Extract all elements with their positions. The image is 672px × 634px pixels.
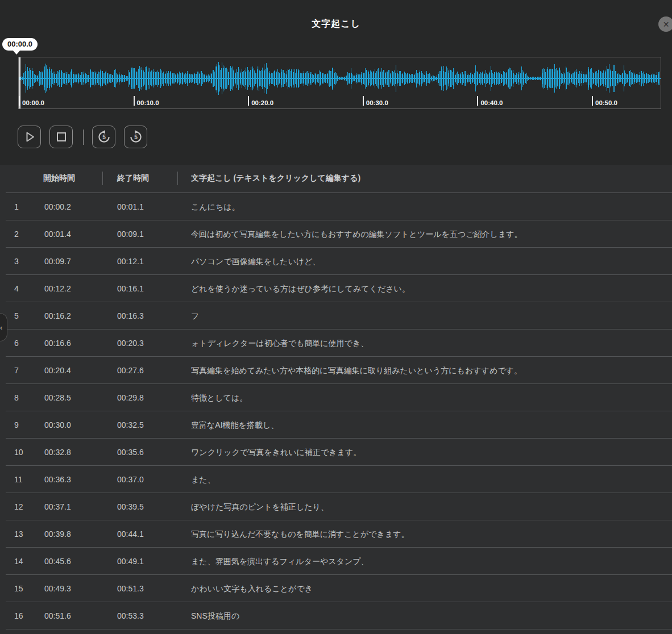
row-start-time[interactable]: 00:12.2 [44,275,113,302]
table-row[interactable]: 12 00:37.1 00:39.5 ぼやけた写真のピントを補正したり、 [0,493,672,520]
row-index: 10 [14,439,39,466]
row-start-time[interactable]: 00:28.5 [44,384,113,411]
table-row[interactable]: 14 00:45.6 00:49.1 また、雰囲気を演出するフィルターやスタンプ… [0,548,672,575]
row-end-time[interactable]: 00:35.6 [117,439,185,466]
stop-button[interactable] [49,126,73,148]
row-transcript-text[interactable]: ぼやけた写真のピントを補正したり、 [191,493,663,520]
table-row[interactable]: 1 00:00.2 00:01.1 こんにちは。 [0,193,672,220]
svg-text:5: 5 [102,134,106,140]
row-end-time[interactable]: 00:29.8 [117,384,185,411]
svg-text:5: 5 [134,134,138,140]
rewind-5-button[interactable]: 5 [92,126,115,148]
row-start-time[interactable]: 00:20.4 [44,357,113,384]
row-end-time[interactable]: 00:12.1 [117,248,185,275]
row-start-time[interactable]: 00:36.3 [44,466,113,493]
row-index: 12 [14,493,39,520]
row-transcript-text[interactable]: SNS投稿用の [191,602,663,629]
row-start-time[interactable]: 00:16.2 [44,302,113,329]
row-separator [6,629,672,629]
table-row[interactable]: 3 00:09.7 00:12.1 パソコンで画像編集をしたいけど、 [0,248,672,275]
row-transcript-text[interactable]: また、 [191,466,663,493]
stop-icon [55,131,68,143]
table-row[interactable]: 13 00:39.8 00:44.1 写真に写り込んだ不要なものを簡単に消すこと… [0,520,672,548]
row-transcript-text[interactable]: ォトディレクターは初心者でも簡単に使用でき、 [191,329,663,357]
table-row[interactable]: 4 00:12.2 00:16.1 どれを使うか迷っている方はぜひ参考にしてみて… [0,275,672,302]
table-row[interactable]: 15 00:49.3 00:51.3 かわいい文字も入れることができ [0,575,672,602]
tick-mark [134,96,135,106]
tick-mark [477,96,478,106]
row-index: 15 [14,575,39,602]
row-end-time[interactable]: 00:20.3 [117,329,185,357]
row-transcript-text[interactable]: どれを使うか迷っている方はぜひ参考にしてみてください。 [191,275,663,302]
row-index: 14 [14,548,39,575]
row-transcript-text[interactable]: こんにちは。 [191,193,663,220]
table-row[interactable]: 16 00:51.6 00:53.3 SNS投稿用の [0,602,672,629]
row-end-time[interactable]: 00:27.6 [117,357,185,384]
rewind-5-icon: 5 [97,130,111,144]
row-index: 11 [14,466,39,493]
forward-5-button[interactable]: 5 [124,126,147,148]
row-index: 9 [14,411,39,439]
row-transcript-text[interactable]: ワンクリックで写真をきれいに補正できます。 [191,439,663,466]
table-row[interactable]: 6 00:16.6 00:20.3 ォトディレクターは初心者でも簡単に使用でき、 [0,329,672,357]
row-end-time[interactable]: 00:37.0 [117,466,185,493]
row-transcript-text[interactable]: 写真編集を始めてみたい方や本格的に写真編集に取り組みたいという方にもおすすめです… [191,357,663,384]
table-row[interactable]: 7 00:20.4 00:27.6 写真編集を始めてみたい方や本格的に写真編集に… [0,357,672,384]
table-row[interactable]: 5 00:16.2 00:16.3 フ [0,302,672,329]
row-transcript-text[interactable]: また、雰囲気を演出するフィルターやスタンプ、 [191,548,663,575]
row-end-time[interactable]: 00:53.3 [117,602,185,629]
tick-mark [363,96,364,106]
row-index: 8 [14,384,39,411]
row-start-time[interactable]: 00:39.8 [44,520,113,548]
row-end-time[interactable]: 00:09.1 [117,220,185,248]
chevron-left-icon: ‹ [0,324,2,331]
row-transcript-text[interactable]: 写真に写り込んだ不要なものを簡単に消すことができます。 [191,520,663,548]
tick-label: 00:10.0 [137,99,159,106]
row-start-time[interactable]: 00:01.4 [44,220,113,248]
panel-collapse-tab[interactable]: ‹ [0,313,7,341]
table-row[interactable]: 11 00:36.3 00:37.0 また、 [0,466,672,493]
row-end-time[interactable]: 00:01.1 [117,193,185,220]
row-transcript-text[interactable]: 豊富なAI機能を搭載し、 [191,411,663,439]
row-start-time[interactable]: 00:45.6 [44,548,113,575]
row-end-time[interactable]: 00:39.5 [117,493,185,520]
table-row[interactable]: 9 00:30.0 00:32.5 豊富なAI機能を搭載し、 [0,411,672,439]
waveform-panel[interactable]: 00:00.0 00:10.0 00:20.0 00:30.0 00:40.0 … [18,57,661,109]
row-start-time[interactable]: 00:30.0 [44,411,113,439]
table-row[interactable]: 8 00:28.5 00:29.8 特徴としては。 [0,384,672,411]
column-header-end: 終了時間 [117,173,149,183]
table-row[interactable]: 2 00:01.4 00:09.1 今回は初めて写真編集をしたい方にもおすすめの… [0,220,672,248]
row-index: 6 [14,329,39,357]
row-end-time[interactable]: 00:49.1 [117,548,185,575]
row-start-time[interactable]: 00:00.2 [44,193,113,220]
controls-divider [83,130,84,145]
row-start-time[interactable]: 00:16.6 [44,329,113,357]
row-end-time[interactable]: 00:44.1 [117,520,185,548]
tick-label: 00:20.0 [251,99,273,106]
row-transcript-text[interactable]: 今回は初めて写真編集をしたい方にもおすすめの編集ソフトとツールを五つご紹介します… [191,220,663,248]
close-icon: ✕ [663,20,670,28]
row-end-time[interactable]: 00:16.1 [117,275,185,302]
row-start-time[interactable]: 00:51.6 [44,602,113,629]
row-start-time[interactable]: 00:32.8 [44,439,113,466]
row-index: 2 [14,220,39,248]
row-transcript-text[interactable]: フ [191,302,663,329]
playhead-time-marker[interactable]: 00:00.0 [2,38,38,51]
playhead-line[interactable] [19,57,20,109]
play-button[interactable] [18,126,41,148]
row-transcript-text[interactable]: 特徴としては。 [191,384,663,411]
waveform[interactable] [19,57,661,109]
row-end-time[interactable]: 00:32.5 [117,411,185,439]
row-start-time[interactable]: 00:09.7 [44,248,113,275]
row-transcript-text[interactable]: かわいい文字も入れることができ [191,575,663,602]
close-button[interactable]: ✕ [658,16,672,32]
row-end-time[interactable]: 00:51.3 [117,575,185,602]
row-transcript-text[interactable]: パソコンで画像編集をしたいけど、 [191,248,663,275]
row-start-time[interactable]: 00:37.1 [44,493,113,520]
row-end-time[interactable]: 00:16.3 [117,302,185,329]
table-row[interactable]: 10 00:32.8 00:35.6 ワンクリックで写真をきれいに補正できます。 [0,439,672,466]
row-start-time[interactable]: 00:49.3 [44,575,113,602]
tick-label: 00:00.0 [22,99,44,106]
tick-label: 00:50.0 [595,99,617,106]
player-section: 文字起こし ✕ 00:00.0 00:00.0 00:10.0 00:20.0 … [0,0,672,165]
